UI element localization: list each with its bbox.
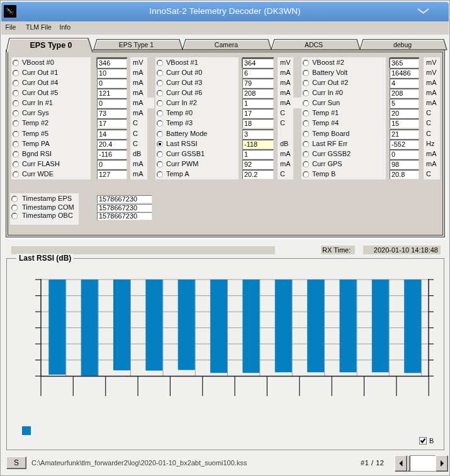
svg-text:debug: debug — [393, 41, 412, 48]
svg-text:ADCS: ADCS — [305, 41, 323, 48]
svg-text:Camera: Camera — [215, 41, 239, 48]
svg-text:EPS Type 1: EPS Type 1 — [119, 41, 154, 48]
svg-text:EPS Type 0: EPS Type 0 — [30, 41, 72, 50]
